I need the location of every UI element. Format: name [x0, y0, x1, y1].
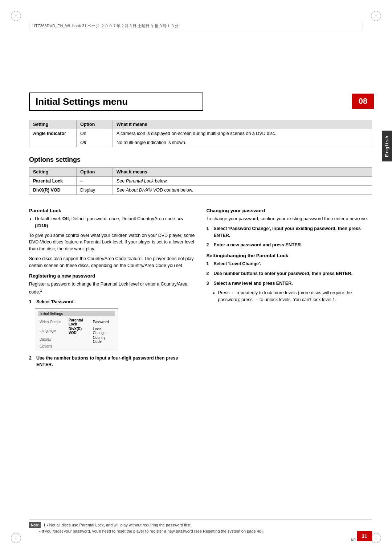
parental-lock-para2: Some discs also support the Country/Area…: [29, 255, 195, 269]
sc-bullets: Press ← repeatedly to lock more levels (…: [212, 290, 372, 303]
screenshot-table: Video Output Parental Lock Password Lang…: [38, 318, 115, 349]
ss-cell: Parental Lock: [67, 318, 91, 327]
ss-cell: Password: [91, 318, 115, 327]
col-header-option: Option: [77, 168, 113, 177]
row-option: –: [77, 177, 113, 186]
page: HTZ363DVD_EN_WL.book 31 ページ ２００７年２月３日 土曜…: [0, 0, 392, 554]
row-setting: [29, 138, 77, 147]
col-header-setting: Setting: [29, 168, 77, 177]
page-en-label: En: [351, 537, 356, 541]
sc-step-1: 1 Select 'Level Change'.: [207, 260, 372, 267]
col-header-setting: Setting: [29, 120, 77, 129]
parental-lock-heading: Parental Lock: [29, 208, 195, 213]
note-text-1: • Not all discs use Parental Lock, and w…: [46, 523, 191, 527]
angle-table: Setting Option What it means Angle Indic…: [29, 120, 372, 147]
reg-mark-br: [371, 533, 381, 543]
table-row: Angle Indicator On A camera icon is disp…: [29, 129, 372, 138]
list-item: Press ← repeatedly to lock more levels (…: [218, 290, 372, 303]
options-table: Setting Option What it means Parental Lo…: [29, 167, 372, 195]
row-option: On: [77, 129, 113, 138]
note-box: Note 1 • Not all discs use Parental Lock…: [29, 520, 372, 534]
ss-cell: [67, 344, 91, 349]
table-row: DivX(R) VOD Display See About DivX® VOD …: [29, 186, 372, 195]
ss-cell: Video Output: [38, 318, 67, 327]
note-footnote-num: 1: [43, 523, 45, 527]
ss-cell: Level Change: [91, 327, 115, 335]
list-item: Default level: Off; Default password: no…: [35, 216, 195, 229]
row-setting: Parental Lock: [29, 177, 77, 186]
note-icon: Note: [29, 522, 41, 528]
table-row: Parental Lock – See Parental Lock below.: [29, 177, 372, 186]
side-tab: English: [382, 131, 392, 161]
setting-changing-heading: Setting/changing the Parental Lock: [207, 253, 372, 258]
row-meaning: No multi-angle indication is shown.: [113, 138, 372, 147]
row-meaning: See Parental Lock below.: [113, 177, 372, 186]
row-setting: DivX(R) VOD: [29, 186, 77, 195]
screenshot-box: Initial Settings Video Output Parental L…: [35, 308, 118, 351]
table-row: Display Country Code: [38, 335, 115, 344]
sc-step-2: 2 Use number buttons to enter your passw…: [207, 270, 372, 277]
parental-lock-defaults: Default level: Off; Default password: no…: [29, 216, 195, 229]
col-header-meaning: What it means: [113, 120, 372, 129]
screenshot-title: Initial Settings: [38, 311, 115, 316]
ss-cell: Country Code: [91, 335, 115, 344]
cp-step-1: 1 Select 'Password Change', input your e…: [207, 225, 372, 239]
ss-cell: [67, 335, 91, 344]
ss-cell: [91, 344, 115, 349]
row-option: Display: [77, 186, 113, 195]
registering-text: Register a password to change the Parent…: [29, 281, 195, 296]
options-settings-heading: Options settings: [29, 156, 372, 164]
page-title: Initial Settings menu: [29, 93, 203, 111]
main-content: Initial Settings menu Setting Option Wha…: [29, 31, 372, 525]
note-text-2: • If you forget your password, you'll ne…: [39, 529, 264, 533]
reg-mark-tr: [371, 11, 381, 21]
col-header-option: Option: [77, 120, 113, 129]
sc-step-3: 3 Select a new level and press ENTER.: [207, 280, 372, 287]
registering-heading: Registering a new password: [29, 273, 195, 279]
reg-mark-tl: [11, 11, 21, 21]
table-row: Language DivX(R) VOD Level Change: [38, 327, 115, 335]
step-1: 1 Select 'Password'.: [29, 299, 195, 305]
step-2: 2 Use the number buttons to input a four…: [29, 355, 195, 369]
row-setting: Angle Indicator: [29, 129, 77, 138]
parental-lock-column: Parental Lock Default level: Off; Defaul…: [29, 204, 195, 371]
two-column-layout: Parental Lock Default level: Off; Defaul…: [29, 204, 372, 371]
parental-lock-para1: To give you some control over what your …: [29, 232, 195, 253]
changing-password-heading: Changing your password: [207, 208, 372, 213]
col-header-meaning: What it means: [113, 168, 372, 177]
ss-cell: Options: [38, 344, 67, 349]
file-info-text: HTZ363DVD_EN_WL.book 31 ページ ２００７年２月３日 土曜…: [32, 24, 179, 28]
ss-cell: DivX(R) VOD: [67, 327, 91, 335]
changing-password-column: Changing your password To change your pa…: [207, 204, 372, 371]
file-info-bar: HTZ363DVD_EN_WL.book 31 ページ ２００７年２月３日 土曜…: [29, 22, 363, 30]
changing-password-text: To change your password, confirm your ex…: [207, 216, 372, 222]
ss-cell: Display: [38, 335, 67, 344]
row-meaning: A camera icon is displayed on-screen dur…: [113, 129, 372, 138]
row-meaning: See About DivX® VOD content below.: [113, 186, 372, 195]
table-row: Video Output Parental Lock Password: [38, 318, 115, 327]
page-number: 31: [357, 531, 372, 541]
ss-cell: Language: [38, 327, 67, 335]
table-row: Off No multi-angle indication is shown.: [29, 138, 372, 147]
table-row: Options: [38, 344, 115, 349]
reg-mark-bl: [11, 533, 21, 543]
row-option: Off: [77, 138, 113, 147]
cp-step-2: 2 Enter a new password and press ENTER.: [207, 242, 372, 249]
